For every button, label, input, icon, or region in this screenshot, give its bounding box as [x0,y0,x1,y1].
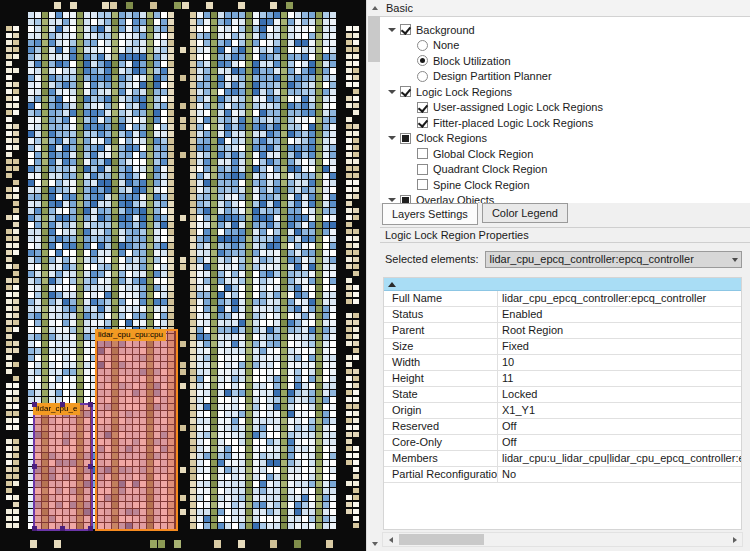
checkbox-checked-icon[interactable] [417,117,428,128]
property-name: Parent [384,323,498,338]
layer-group-logic-lock-regions[interactable]: Logic Lock Regions [380,84,750,100]
radio-selected-icon[interactable] [417,55,428,66]
layer-label: Quadrant Clock Region [433,163,547,175]
arrow-down-icon [372,542,378,546]
properties-group-header[interactable] [384,278,741,291]
selection-handle[interactable] [88,526,93,531]
checkbox-icon[interactable] [417,164,428,175]
property-value: lidar_cpu_epcq_controller:epcq_controlle… [498,291,741,306]
property-row-origin[interactable]: OriginX1_Y1 [384,403,741,419]
chevron-down-icon[interactable] [387,195,397,203]
property-row-core-only[interactable]: Core-OnlyOff [384,435,741,451]
layer-item-none[interactable]: None [380,38,750,54]
property-row-state[interactable]: StateLocked [384,387,741,403]
property-value: Enabled [498,307,741,322]
selection-handle[interactable] [32,402,37,407]
checkbox-checked-icon[interactable] [400,24,411,35]
tab-color-legend[interactable]: Color Legend [482,203,568,223]
checkbox-icon[interactable] [417,148,428,159]
selection-handle[interactable] [88,464,93,469]
layer-label: Fitter-placed Logic Lock Regions [433,117,593,129]
chevron-down-icon[interactable] [387,133,397,143]
selection-handle[interactable] [32,464,37,469]
layer-item-quadrant-clock-region[interactable]: Quadrant Clock Region [380,162,750,178]
layer-label: None [433,39,459,51]
property-row-status[interactable]: StatusEnabled [384,307,741,323]
layers-tree: BackgroundNoneBlock UtilizationDesign Pa… [380,17,750,203]
region-lidar-cpu-cpu[interactable]: lidar_cpu_cpu:cpu [95,329,178,531]
layers-and-properties-panel: Basic BackgroundNoneBlock UtilizationDes… [380,0,750,551]
layer-item-block-utilization[interactable]: Block Utilization [380,53,750,69]
property-name: Core-Only [384,435,498,450]
selection-handle[interactable] [32,526,37,531]
property-name: Partial Reconfiguration [384,467,498,482]
property-value: lidar_cpu:u_lidar_cpu|lidar_cpu_epcq_con… [498,451,741,466]
vertical-scrollbar-thumb[interactable] [368,16,380,62]
vertical-scrollbar[interactable] [366,0,380,551]
layer-label: Design Partition Planner [433,70,552,82]
layer-label: Clock Regions [416,132,487,144]
property-row-reserved[interactable]: ReservedOff [384,419,741,435]
radio-icon[interactable] [417,71,428,82]
collapse-icon [388,282,396,287]
layer-item-user-assigned-logic-lock-regions[interactable]: User-assigned Logic Lock Regions [380,100,750,116]
radio-icon[interactable] [417,40,428,51]
scroll-left-button[interactable] [383,533,398,546]
horizontal-scrollbar[interactable] [382,532,743,547]
property-row-height[interactable]: Height11 [384,371,741,387]
checkbox-checked-icon[interactable] [417,102,428,113]
chevron-down-icon[interactable] [387,25,397,35]
layer-label: Background [416,24,475,36]
region-lidar-cpu-cpu-label: lidar_cpu_cpu:cpu [95,329,166,341]
scroll-right-button[interactable] [727,533,742,546]
chip-planner-window: lidar_cpu_cpu:cpulidar_cpu_e Basic Backg… [0,0,750,551]
layer-label: Logic Lock Regions [416,86,512,98]
property-row-full-name[interactable]: Full Namelidar_cpu_epcq_controller:epcq_… [384,291,741,307]
property-value: Off [498,435,741,450]
layer-group-clock-regions[interactable]: Clock Regions [380,131,750,147]
layer-label: Overlay Objects [416,194,494,203]
property-name: Members [384,451,498,466]
panel-tabs: Layers Settings Color Legend [380,203,750,227]
layer-label: Block Utilization [433,55,511,67]
region-lidar-cpu-epcq[interactable]: lidar_cpu_e [33,403,93,531]
selected-elements-combobox[interactable]: lidar_cpu_epcq_controller:epcq_controlle… [485,251,742,268]
property-row-parent[interactable]: ParentRoot Region [384,323,741,339]
layer-item-spine-clock-region[interactable]: Spine Clock Region [380,177,750,193]
property-name: Full Name [384,291,498,306]
property-name: Size [384,339,498,354]
horizontal-scrollbar-thumb[interactable] [399,534,484,545]
layer-group-background[interactable]: Background [380,22,750,38]
tab-layers-settings[interactable]: Layers Settings [382,203,478,225]
property-row-width[interactable]: Width10 [384,355,741,371]
layer-item-global-clock-region[interactable]: Global Clock Region [380,146,750,162]
property-value: 11 [498,371,741,386]
property-row-size[interactable]: SizeFixed [384,339,741,355]
property-row-members[interactable]: Memberslidar_cpu:u_lidar_cpu|lidar_cpu_e… [384,451,741,467]
property-name: Status [384,307,498,322]
layer-item-fitter-placed-logic-lock-regions[interactable]: Fitter-placed Logic Lock Regions [380,115,750,131]
arrow-right-icon [733,537,737,543]
chip-floorplan-view[interactable]: lidar_cpu_cpu:cpulidar_cpu_e [0,0,366,551]
checkbox-partial-icon[interactable] [400,195,411,203]
layer-label: User-assigned Logic Lock Regions [433,101,603,113]
property-name: State [384,387,498,402]
properties-table: Full Namelidar_cpu_epcq_controller:epcq_… [383,277,742,530]
checkbox-icon[interactable] [417,179,428,190]
checkbox-checked-icon[interactable] [400,86,411,97]
properties-rows: Full Namelidar_cpu_epcq_controller:epcq_… [384,291,741,483]
checkbox-partial-icon[interactable] [400,133,411,144]
layer-item-design-partition-planner[interactable]: Design Partition Planner [380,69,750,85]
property-row-partial-reconfiguration[interactable]: Partial ReconfigurationNo [384,467,741,483]
basic-section-header[interactable]: Basic [380,0,750,17]
property-value: Root Region [498,323,741,338]
selection-handle[interactable] [88,402,93,407]
property-value: Off [498,419,741,434]
selection-handle[interactable] [60,526,65,531]
chevron-down-icon[interactable] [387,87,397,97]
properties-panel-title: Logic Lock Region Properties [380,227,750,243]
selection-handle[interactable] [60,402,65,407]
layer-group-overlay-objects[interactable]: Overlay Objects [380,193,750,204]
region-lidar-cpu-epcq-label: lidar_cpu_e [33,403,80,415]
selected-element-value: lidar_cpu_epcq_controller:epcq_controlle… [490,253,694,265]
